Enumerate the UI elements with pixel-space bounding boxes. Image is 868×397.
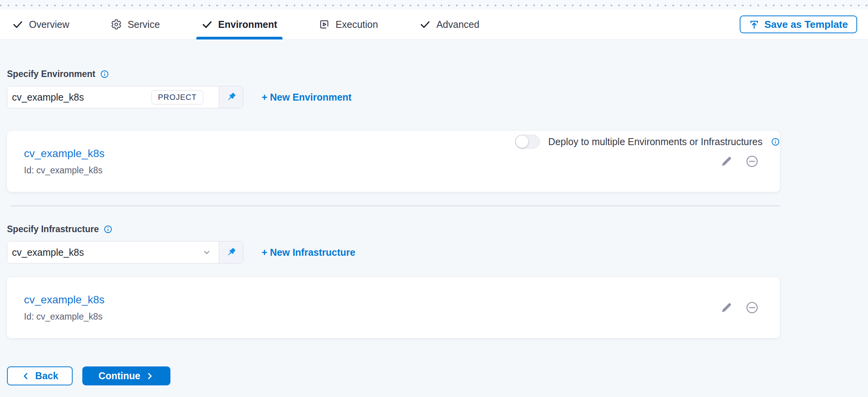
continue-button[interactable]: Continue [82,366,170,385]
gear-icon [111,19,122,30]
section-divider [11,205,780,206]
environment-card-info: cv_example_k8s Id: cv_example_k8s [24,147,105,176]
infrastructure-dropdown[interactable]: cv_example_k8s [7,241,219,263]
tab-label: Execution [335,19,378,30]
edit-environment-button[interactable] [720,155,733,168]
infrastructure-card-name-link[interactable]: cv_example_k8s [24,294,105,306]
environment-value: cv_example_k8s [12,92,151,103]
specify-environment-label: Specify Environment [7,69,95,79]
info-icon[interactable] [100,70,109,79]
environment-card-name-link[interactable]: cv_example_k8s [24,147,105,160]
scope-badge: PROJECT [151,90,203,104]
step-footer: Back Continue [7,366,780,385]
environment-card-actions [720,155,758,168]
upload-template-icon [749,19,759,30]
stage-tabs: Overview Service Environment Execution A… [7,10,485,39]
pin-environment-button[interactable] [219,86,243,108]
back-button[interactable]: Back [7,366,73,385]
pencil-icon [720,301,733,314]
play-square-icon [319,19,330,30]
pin-icon [225,246,237,258]
environment-step-content: Specify Environment cv_example_k8s PROJE… [7,69,780,385]
infrastructure-card-info: cv_example_k8s Id: cv_example_k8s [24,294,105,322]
remove-infrastructure-button[interactable] [746,301,758,314]
save-as-template-button[interactable]: Save as Template [740,15,857,33]
check-icon [202,19,213,30]
minus-circle-icon [746,301,758,314]
multi-env-toggle[interactable] [515,135,540,149]
specify-infrastructure-label: Specify Infrastructure [7,224,99,234]
infrastructure-card: cv_example_k8s Id: cv_example_k8s [7,277,780,338]
infrastructure-value: cv_example_k8s [12,247,202,258]
info-icon[interactable] [771,137,780,146]
tab-execution[interactable]: Execution [313,10,383,39]
tab-label: Environment [218,19,277,30]
environment-select: cv_example_k8s PROJECT [7,86,243,108]
chevron-down-icon [202,247,212,257]
multi-env-toggle-row: Deploy to multiple Environments or Infra… [515,135,780,149]
info-icon[interactable] [104,225,112,234]
toggle-knob [516,135,528,148]
chevron-left-icon [21,371,31,381]
tab-overview[interactable]: Overview [7,10,75,39]
dotted-divider [0,5,868,6]
back-label: Back [35,370,58,382]
new-infrastructure-link[interactable]: + New Infrastructure [262,247,355,258]
tab-label: Service [128,19,160,30]
pencil-icon [720,155,733,168]
new-environment-link[interactable]: + New Environment [262,92,352,103]
chevron-right-icon [145,371,154,381]
tab-advanced[interactable]: Advanced [414,10,485,39]
minus-circle-icon [746,155,758,168]
pin-icon [225,91,237,103]
environment-input[interactable]: cv_example_k8s PROJECT [7,86,219,108]
tab-label: Advanced [436,19,479,30]
remove-environment-button[interactable] [746,155,758,168]
tab-label: Overview [29,19,69,30]
tab-service[interactable]: Service [106,10,165,39]
multi-env-toggle-label: Deploy to multiple Environments or Infra… [548,136,762,147]
save-as-template-label: Save as Template [764,19,848,31]
stage-panel-top-strip [0,0,868,10]
continue-label: Continue [99,370,140,382]
infrastructure-card-actions [720,301,758,314]
infrastructure-card-id: Id: cv_example_k8s [24,311,105,322]
edit-infrastructure-button[interactable] [720,301,733,314]
stage-tabbar: Overview Service Environment Execution A… [0,10,868,39]
check-icon [420,19,431,30]
tab-environment[interactable]: Environment [196,10,283,39]
environment-card-id: Id: cv_example_k8s [24,165,105,176]
pin-infrastructure-button[interactable] [219,241,243,263]
infrastructure-select: cv_example_k8s [7,241,243,264]
check-icon [12,19,23,30]
